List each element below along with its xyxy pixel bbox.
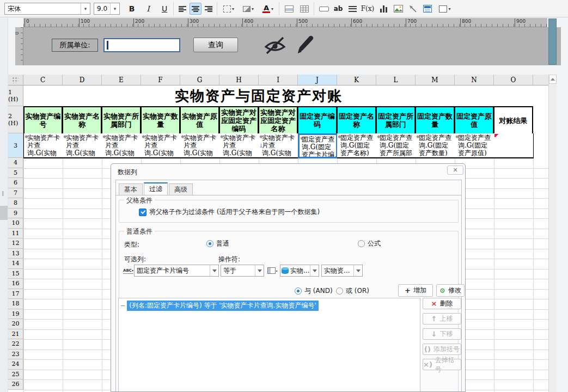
column-header-C[interactable]: C [23,75,63,85]
header-cell-M[interactable]: 固定资产数量 [415,106,455,134]
row-header-22[interactable]: 22 [8,339,23,350]
data-cell-M3[interactable]: 固定资产查询.G(固定资产数量)✱ [416,133,455,158]
borders-button[interactable]: ▾ [220,3,237,15]
data-cell-I3[interactable]: 实物资产卡片查询.G(实物资产对应固定资产名称)✱↓ [259,133,298,158]
row-header-7[interactable]: 7 [8,188,23,199]
bold-button[interactable]: B [125,2,138,15]
font-color-button[interactable]: A▾ [259,3,277,15]
data-cell-C3[interactable]: 实物资产卡片查询.G(实物资产编号)✱ [23,133,63,158]
column-select[interactable]: 固定资产卡片编号 [134,265,219,277]
data-cell-N3[interactable]: 固定资产查询.G(固定资产原值)✱ [455,133,494,158]
operator-select[interactable]: 等于 [221,265,264,277]
edit-pencil-icon[interactable] [294,34,315,57]
header-cell-E[interactable]: 实物资产所属部门 [101,106,141,134]
add-condition-button[interactable]: + 增加 [398,284,433,297]
tab-基本[interactable]: 基本 [119,183,143,195]
data-cell-K3[interactable]: 固定资产查询.G(固定资产名称)✱ [337,133,377,158]
dataset-column-select[interactable]: 实物资... [321,265,363,277]
logic-and-radio[interactable] [295,287,302,295]
row-header-16[interactable]: 16 [8,279,23,289]
row-header-19[interactable]: 19 [8,309,23,320]
sheet-vertical-scrollbar[interactable] [548,75,557,392]
align-center-button[interactable] [190,3,201,15]
row-header-2(H)[interactable]: 2 (H) [8,106,23,133]
underline-button[interactable]: U [158,2,171,15]
row-header-4[interactable]: 4 [8,158,23,168]
type-formula-radio[interactable] [358,240,365,247]
header-cell-N[interactable]: 固定资产原值 [454,106,494,134]
row-header-11[interactable]: 11 [8,229,23,239]
header-cell-F[interactable]: 实物资产数量 [141,106,180,134]
header-cell-C[interactable]: 实物资产编号 [23,106,63,134]
row-header-8[interactable]: 8 [8,198,23,209]
row-header-13[interactable]: 13 [8,249,23,259]
italic-button[interactable]: I [142,2,155,15]
split-cells-button[interactable] [297,3,312,15]
align-right-button[interactable] [203,3,215,15]
data-cell-J3[interactable]: 固定资产查询.G(固定资产卡片编号)✱ [298,133,338,158]
header-cell-I[interactable]: 实物资产对应固定资产名称 [258,106,298,134]
header-cell-D[interactable]: 实物资产名称 [62,106,102,134]
row-header-23[interactable]: 23 [8,350,23,360]
select-all-corner[interactable] [8,75,23,85]
insert-chart-button[interactable] [377,3,391,15]
parameter-pane-scrollbar[interactable] [548,19,557,65]
data-cell-O3[interactable] [494,133,534,158]
column-header-K[interactable]: K [337,75,376,85]
row-header-26[interactable]: 26 [8,379,23,390]
unit-input[interactable] [103,38,180,52]
insert-line-button[interactable] [406,3,419,15]
row-header-18[interactable]: 18 [8,299,23,309]
data-cell-G3[interactable]: 实物资产卡片查询.G(实物资产原值)✱ [180,133,220,158]
column-header-G[interactable]: G [180,75,219,85]
condition-item[interactable]: ─(列名:固定资产卡片编号) 等于 '实物资产卡片查询.实物资产编号' [121,301,319,311]
tab-高级[interactable]: 高级 [169,183,193,195]
chevron-down-icon[interactable]: ▾ [81,3,90,14]
row-header-9[interactable]: 9 [8,209,23,219]
insert-report-block-button[interactable] [420,3,435,15]
column-header-O[interactable]: O [494,75,533,85]
row-header-12[interactable]: 12 [8,238,23,249]
fill-color-button[interactable]: ▾ [240,3,257,15]
type-normal-radio[interactable] [206,240,213,247]
column-header-E[interactable]: E [102,75,141,85]
column-header-J[interactable]: J [298,75,337,85]
report-title-cell[interactable]: 实物资产与固定资产对账 [23,85,494,106]
value-type-button[interactable]: ▾ [267,266,278,275]
data-cell-H3[interactable]: 实物资产卡片查询.G(实物资产对应固定资产编码)✱ [219,133,259,158]
column-header-D[interactable]: D [63,75,102,85]
align-left-button[interactable] [176,3,188,15]
tab-过滤[interactable]: 过滤 [144,182,168,195]
column-header-F[interactable]: F [141,75,180,85]
header-cell-L[interactable]: 固定资产所属部门 [376,106,416,134]
row-header-17[interactable]: 17 [8,289,23,299]
insert-text-button[interactable]: ab [331,3,345,15]
column-type-button[interactable]: ABC▾ [124,265,133,276]
header-cell-O[interactable]: 对账结果 [493,106,533,134]
row-header-15[interactable]: 15 [8,269,23,279]
merge-cells-button[interactable] [282,3,296,15]
row-header-21[interactable]: 21 [8,329,23,340]
row-header-24[interactable]: 24 [8,359,23,370]
data-cell-D3[interactable]: 实物资产卡片查询.G(实物资产名称)✱ [63,133,102,158]
scroll-up-button[interactable] [549,75,557,84]
row-header-14[interactable]: 14 [8,259,23,269]
column-header-N[interactable]: N [455,75,494,85]
font-family-select[interactable]: 宋体 ▾ [4,3,90,15]
header-cell-G[interactable]: 实物资产原值 [180,106,219,134]
row-header-3[interactable]: 3 [8,133,23,158]
row-header-10[interactable]: 10 [8,218,23,229]
column-header-I[interactable]: I [259,75,298,85]
parent-filter-checkbox[interactable] [139,209,146,216]
column-header-L[interactable]: L [376,75,416,85]
dialog-close-button[interactable]: ✕ [447,166,463,175]
row-header-6[interactable]: 6 [8,178,23,188]
header-cell-K[interactable]: 固定资产名称 [337,106,376,134]
header-cell-J[interactable]: 固定资产编码 [297,106,337,134]
font-size-select[interactable]: 9.0 ▾ [94,3,120,15]
logic-or-radio[interactable] [336,287,343,295]
data-cell-F3[interactable]: 实物资产卡片查询.G(实物资产数量)✱ [141,133,181,158]
dataset-select[interactable]: 实物... [280,265,319,277]
panel-scroll-thumb[interactable] [0,206,8,220]
insert-textfield-button[interactable] [317,3,331,15]
